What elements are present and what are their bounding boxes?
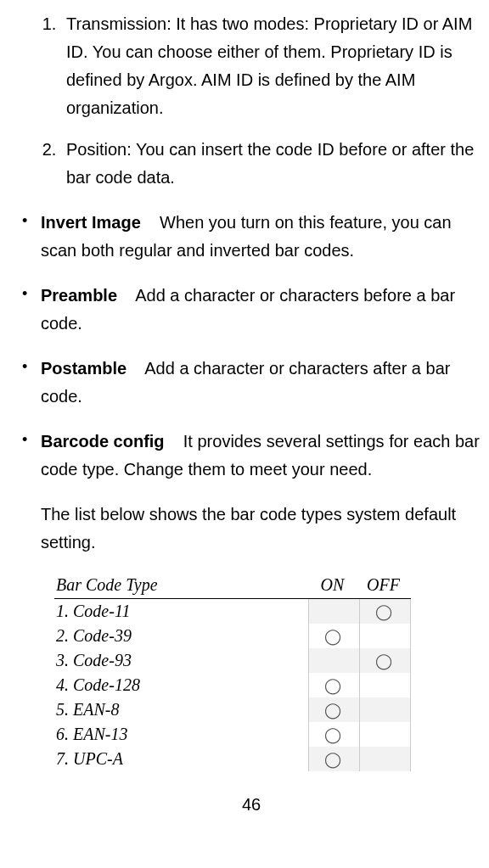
row-label: 2. Code-39 xyxy=(54,624,309,648)
table-row: 3. Code-93◯ xyxy=(54,648,411,673)
row-on: ◯ xyxy=(309,697,360,722)
row-label: 5. EAN-8 xyxy=(54,697,309,722)
circle-icon: ◯ xyxy=(324,677,341,694)
row-label: 6. EAN-13 xyxy=(54,722,309,747)
list-item: Invert Image When you turn on this featu… xyxy=(20,209,482,265)
term-barcode-config: Barcode config xyxy=(41,432,165,451)
col-header-on: ON xyxy=(309,572,360,599)
list-item: Position: You can insert the code ID bef… xyxy=(61,136,482,192)
bulleted-list: Invert Image When you turn on this featu… xyxy=(20,209,482,484)
row-off xyxy=(360,722,411,747)
row-on xyxy=(309,648,360,673)
circle-icon: ◯ xyxy=(375,652,392,669)
list-item: Transmission: It has two modes: Propriet… xyxy=(61,10,482,122)
row-on: ◯ xyxy=(309,747,360,771)
row-label: 7. UPC-A xyxy=(54,747,309,771)
table-row: 1. Code-11◯ xyxy=(54,599,411,624)
circle-icon: ◯ xyxy=(324,702,341,719)
row-off xyxy=(360,624,411,648)
row-off xyxy=(360,697,411,722)
row-label: 3. Code-93 xyxy=(54,648,309,673)
list-item: Postamble Add a character or characters … xyxy=(20,355,482,411)
circle-icon: ◯ xyxy=(324,726,341,743)
row-off: ◯ xyxy=(360,648,411,673)
row-label: 1. Code-11 xyxy=(54,599,309,624)
term-preamble: Preamble xyxy=(41,286,117,305)
table-row: 4. Code-128◯ xyxy=(54,673,411,697)
table-row: 7. UPC-A◯ xyxy=(54,747,411,771)
row-off xyxy=(360,747,411,771)
table-intro: The list below shows the bar code types … xyxy=(41,501,482,557)
table-row: 2. Code-39◯ xyxy=(54,624,411,648)
circle-icon: ◯ xyxy=(324,628,341,645)
row-on: ◯ xyxy=(309,624,360,648)
circle-icon: ◯ xyxy=(324,751,341,768)
table-row: 6. EAN-13◯ xyxy=(54,722,411,747)
circle-icon: ◯ xyxy=(375,603,392,620)
term-postamble: Postamble xyxy=(41,359,126,378)
row-label: 4. Code-128 xyxy=(54,673,309,697)
term-invert-image: Invert Image xyxy=(41,213,141,232)
list-item: Barcode config It provides several setti… xyxy=(20,428,482,484)
row-off: ◯ xyxy=(360,599,411,624)
table-row: 5. EAN-8◯ xyxy=(54,697,411,722)
list-item: Preamble Add a character or characters b… xyxy=(20,282,482,338)
row-off xyxy=(360,673,411,697)
numbered-list: Transmission: It has two modes: Propriet… xyxy=(20,10,482,192)
row-on: ◯ xyxy=(309,722,360,747)
col-header-off: OFF xyxy=(360,572,411,599)
barcode-table: Bar Code Type ON OFF 1. Code-11◯2. Code-… xyxy=(54,572,411,771)
row-on xyxy=(309,599,360,624)
row-on: ◯ xyxy=(309,673,360,697)
page-number: 46 xyxy=(20,795,482,815)
col-header-type: Bar Code Type xyxy=(54,572,309,599)
